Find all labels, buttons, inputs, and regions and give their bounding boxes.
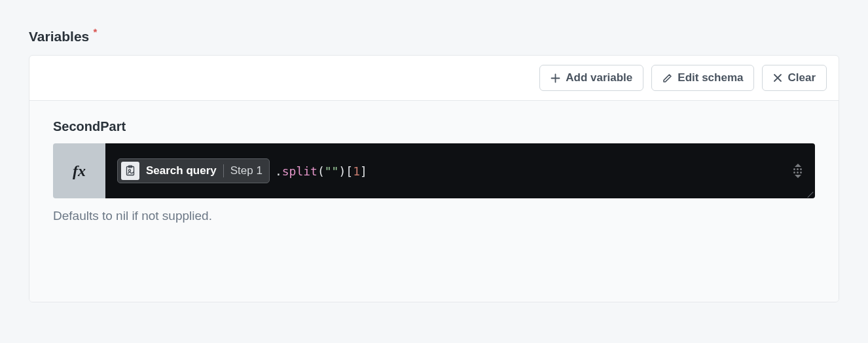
toolbar: Add variable Edit schema Clear [29,56,839,101]
help-text: Defaults to nil if not supplied. [53,209,815,223]
add-variable-label: Add variable [566,71,632,84]
section-title-text: Variables [29,29,89,44]
formula-editor[interactable]: Search query Step 1 .split(" ")[1] [105,143,815,198]
variable-name: SecondPart [53,119,815,134]
code-string-close: " [332,164,339,178]
code-index: 1 [353,164,360,178]
code-string-open: " [325,164,332,178]
svg-point-2 [128,170,130,172]
edit-schema-label: Edit schema [678,71,743,84]
code-open-bracket: [ [346,164,353,178]
edit-schema-button[interactable]: Edit schema [651,65,754,91]
section-title: Variables * [29,29,89,45]
code-close-paren: ) [338,164,346,178]
fx-label: fx [73,162,86,180]
plus-icon [551,73,560,83]
code-dot: . [275,164,282,178]
clear-button[interactable]: Clear [762,65,827,91]
panel-body: SecondPart fx [29,101,839,302]
datapill-search-query[interactable]: Search query Step 1 [117,158,270,183]
required-asterisk: * [93,26,97,37]
code-open-paren: ( [317,164,325,178]
datapill-label: Search query [146,164,217,177]
variables-panel: Add variable Edit schema Clear SecondPar… [29,55,839,302]
clipboard-user-icon [121,162,139,180]
resize-handle-icon[interactable] [805,188,814,197]
drag-handle-icon[interactable] [793,164,802,178]
pencil-icon [662,73,672,83]
datapill-step: Step 1 [230,164,262,177]
code-close-bracket: ] [360,164,367,178]
formula-mode-toggle[interactable]: fx [53,143,105,198]
code-method: split [282,164,317,178]
pill-divider [223,164,224,177]
add-variable-button[interactable]: Add variable [539,65,643,91]
clear-label: Clear [787,71,816,84]
formula-row: fx Search query [53,143,815,198]
x-icon [773,73,782,82]
